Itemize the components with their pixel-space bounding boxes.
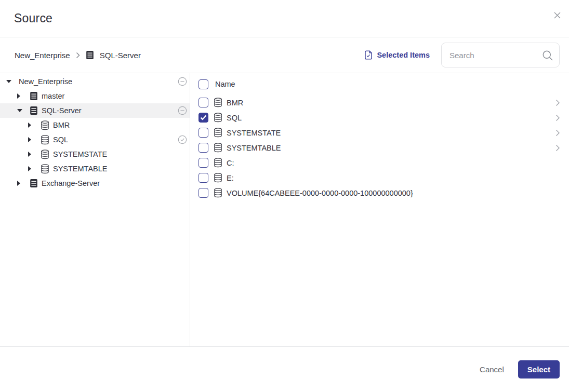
database-icon [214, 143, 222, 153]
object-list: Name BMR [190, 73, 569, 346]
tree-row[interactable]: New_Enterprise [0, 74, 190, 89]
toolbar: New_Enterprise SQL-Server Selected Items [0, 37, 569, 73]
object-list-rows: BMR SQL [199, 95, 561, 200]
search-input[interactable] [449, 51, 543, 60]
row-checkbox[interactable] [199, 113, 208, 123]
list-row[interactable]: C: [199, 155, 561, 170]
close-icon[interactable] [552, 11, 562, 21]
tree-expand-arrow-icon[interactable] [17, 93, 23, 99]
row-checkbox[interactable] [199, 158, 208, 168]
tree-item-label: New_Enterprise [19, 77, 72, 86]
modal-footer: Cancel Select [0, 347, 569, 392]
chevron-right-icon[interactable] [555, 144, 560, 154]
list-row[interactable]: SQL [199, 110, 561, 125]
tree-row[interactable]: SYSTEMTABLE [0, 161, 190, 176]
search-icon [542, 50, 553, 61]
list-header: Name [199, 77, 561, 91]
row-checkbox[interactable] [199, 143, 208, 153]
select-button[interactable]: Select [518, 360, 560, 379]
list-item-label: SYSTEMTABLE [227, 144, 281, 152]
tree-expand-arrow-icon[interactable] [28, 166, 34, 171]
breadcrumb: New_Enterprise SQL-Server [15, 50, 141, 60]
tree-row[interactable]: master [0, 89, 190, 103]
tree-item-label: master [42, 92, 64, 100]
chevron-right-icon[interactable] [555, 114, 560, 124]
tree-row[interactable]: SQL-Server [0, 103, 190, 118]
partial-selected-icon [178, 106, 187, 115]
list-row[interactable]: E: [199, 170, 561, 185]
tree-expand-arrow-icon[interactable] [6, 80, 12, 83]
row-checkbox[interactable] [199, 188, 208, 198]
breadcrumb-item-sql-server[interactable]: SQL-Server [100, 51, 141, 60]
list-row[interactable]: SYSTEMTABLE [199, 140, 561, 155]
server-icon [30, 106, 38, 115]
selected-icon [178, 135, 187, 144]
server-icon [30, 91, 38, 101]
tree-item-label: SQL-Server [42, 106, 82, 115]
database-icon [41, 150, 49, 159]
row-checkbox[interactable] [199, 128, 208, 138]
list-item-label: SYSTEMSTATE [227, 129, 281, 137]
tree-expand-arrow-icon[interactable] [28, 152, 34, 157]
tree-row[interactable]: BMR [0, 118, 190, 132]
selected-items-label: Selected Items [377, 51, 430, 59]
list-item-label: BMR [227, 99, 243, 107]
database-icon [41, 120, 49, 130]
tree-item-label: Exchange-Server [42, 179, 100, 187]
modal-header: Source [0, 0, 569, 37]
tree-expand-arrow-icon[interactable] [17, 181, 23, 186]
list-row[interactable]: SYSTEMSTATE [199, 125, 561, 140]
source-tree: New_Enterprise master SQL-Server [0, 73, 190, 346]
selected-items-button[interactable]: Selected Items [364, 50, 430, 60]
database-icon [214, 98, 222, 107]
row-checkbox[interactable] [199, 173, 208, 183]
name-column-header: Name [215, 80, 235, 88]
tree-item-label: SQL [53, 136, 68, 144]
tree-item-label: SYSTEMTABLE [53, 165, 107, 173]
database-icon [214, 173, 222, 183]
search-box [441, 43, 560, 67]
tree-row[interactable]: SQL [0, 132, 190, 147]
database-icon [214, 113, 222, 123]
list-row[interactable]: VOLUME{64CABEEE-0000-0000-0000-100000000… [199, 185, 561, 200]
database-icon [214, 158, 222, 168]
list-item-label: E: [227, 174, 234, 182]
source-modal: Source New_Enterprise SQL-Server [0, 0, 569, 392]
tree-item-label: BMR [53, 121, 70, 129]
breadcrumb-item-new-enterprise[interactable]: New_Enterprise [15, 51, 70, 60]
select-all-checkbox[interactable] [199, 79, 208, 89]
list-item-label: VOLUME{64CABEEE-0000-0000-0000-100000000… [227, 189, 413, 197]
cancel-button[interactable]: Cancel [480, 365, 504, 374]
list-row[interactable]: BMR [199, 95, 561, 110]
tree-expand-arrow-icon[interactable] [28, 123, 34, 128]
page-title: Source [14, 11, 52, 25]
server-icon [86, 50, 94, 60]
toolbar-right: Selected Items [364, 43, 560, 67]
partial-selected-icon [178, 77, 187, 86]
document-check-icon [364, 50, 373, 60]
database-icon [214, 128, 222, 138]
tree-item-label: SYSTEMSTATE [53, 150, 107, 158]
server-icon [30, 179, 38, 188]
list-item-label: C: [227, 159, 234, 167]
content-area: New_Enterprise master SQL-Server [0, 73, 569, 347]
breadcrumb-chevron-icon [76, 52, 80, 59]
database-icon [41, 164, 49, 174]
database-icon [214, 188, 222, 198]
tree-expand-arrow-icon[interactable] [28, 137, 34, 142]
list-item-label: SQL [227, 114, 242, 122]
tree-row[interactable]: Exchange-Server [0, 176, 190, 191]
tree-expand-arrow-icon[interactable] [17, 109, 23, 112]
chevron-right-icon[interactable] [555, 99, 560, 109]
tree-row[interactable]: SYSTEMSTATE [0, 147, 190, 161]
chevron-right-icon[interactable] [555, 129, 560, 139]
database-icon [41, 135, 49, 145]
row-checkbox[interactable] [199, 98, 208, 107]
